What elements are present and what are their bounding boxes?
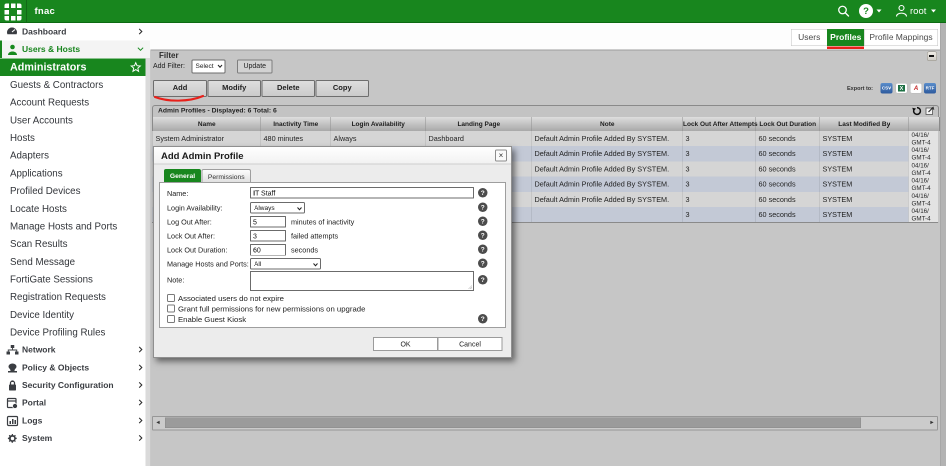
column-header-last-modified-date[interactable]: Last Modified Date bbox=[909, 117, 940, 131]
info-icon[interactable]: ? bbox=[478, 314, 488, 324]
column-header-lock-out-after-attempts[interactable]: Lock Out After Attempts bbox=[683, 117, 756, 131]
add-button[interactable]: Add bbox=[153, 80, 207, 97]
vertical-scrollbar[interactable] bbox=[940, 23, 946, 466]
sidebar-item-device-identity[interactable]: Device Identity bbox=[0, 306, 150, 324]
help-icon[interactable]: ? bbox=[859, 4, 873, 18]
pdf-export-icon[interactable]: A bbox=[910, 83, 922, 94]
sidebar-item-profiled-devices[interactable]: Profiled Devices bbox=[0, 182, 150, 200]
info-icon[interactable]: ? bbox=[478, 275, 488, 285]
sidebar-item-adapters[interactable]: Adapters bbox=[0, 147, 150, 165]
enable-guest-kiosk-checkbox[interactable] bbox=[167, 315, 175, 323]
info-icon[interactable]: ? bbox=[478, 188, 488, 198]
table-cell: 3 bbox=[683, 131, 756, 146]
lock-out-after-field[interactable] bbox=[250, 230, 286, 242]
sidebar-item-label: Guests & Contractors bbox=[10, 76, 103, 94]
sidebar-item-manage-hosts-and-ports[interactable]: Manage Hosts and Ports bbox=[0, 217, 150, 235]
login-availability-select[interactable]: Always bbox=[250, 202, 305, 214]
column-header-name[interactable]: Name bbox=[153, 117, 261, 131]
sidebar-item-account-requests[interactable]: Account Requests bbox=[0, 94, 150, 112]
user-caret-icon[interactable] bbox=[931, 10, 936, 13]
info-icon[interactable]: ? bbox=[478, 259, 488, 269]
column-header-login-availability[interactable]: Login Availability bbox=[331, 117, 426, 131]
excel-export-icon[interactable]: X bbox=[896, 83, 908, 94]
filter-panel-border bbox=[151, 50, 940, 51]
info-icon[interactable]: ? bbox=[478, 245, 488, 255]
column-header-inactivity-time[interactable]: Inactivity Time bbox=[261, 117, 331, 131]
filter-select[interactable]: Select bbox=[192, 60, 226, 74]
sidebar-item-label: Profiled Devices bbox=[10, 182, 80, 200]
table-cell-date: 04/16/GMT-4 bbox=[909, 146, 939, 161]
sidebar-item-applications[interactable]: Applications bbox=[0, 164, 150, 182]
tab-profiles[interactable]: Profiles bbox=[827, 29, 865, 46]
sidebar-item-security-configuration[interactable]: Security Configuration bbox=[0, 377, 150, 395]
sidebar-item-device-profiling-rules[interactable]: Device Profiling Rules bbox=[0, 323, 150, 341]
collapse-filter-button[interactable] bbox=[927, 52, 937, 62]
close-icon[interactable]: × bbox=[495, 150, 507, 162]
update-button[interactable]: Update bbox=[237, 60, 273, 74]
table-cell: Dashboard bbox=[426, 131, 532, 146]
tab-users[interactable]: Users bbox=[791, 29, 828, 46]
sidebar-item-registration-requests[interactable]: Registration Requests bbox=[0, 288, 150, 306]
sidebar-item-guests-contractors[interactable]: Guests & Contractors bbox=[0, 76, 150, 94]
sidebar-item-send-message[interactable]: Send Message bbox=[0, 253, 150, 271]
info-icon[interactable]: ? bbox=[478, 217, 488, 227]
table-cell: 480 minutes bbox=[261, 131, 331, 146]
info-icon[interactable]: ? bbox=[478, 231, 488, 241]
sidebar-item-label: Scan Results bbox=[10, 235, 67, 253]
scrollbar-thumb[interactable] bbox=[165, 418, 861, 429]
delete-button[interactable]: Delete bbox=[262, 80, 316, 97]
copy-button[interactable]: Copy bbox=[316, 80, 370, 97]
cancel-button[interactable]: Cancel bbox=[438, 337, 503, 351]
note-field[interactable] bbox=[250, 271, 474, 291]
sidebar-item-dashboard[interactable]: Dashboard bbox=[0, 23, 150, 41]
lock-out-duration-field[interactable] bbox=[250, 244, 286, 256]
sidebar-item-users-hosts[interactable]: Users & Hosts bbox=[0, 41, 150, 59]
user-menu[interactable]: root bbox=[910, 0, 926, 22]
user-icon[interactable] bbox=[894, 3, 909, 18]
column-header-landing-page[interactable]: Landing Page bbox=[426, 117, 532, 131]
sidebar-item-hosts[interactable]: Hosts bbox=[0, 129, 150, 147]
log-out-after-field[interactable] bbox=[250, 216, 286, 228]
help-caret-icon[interactable] bbox=[877, 10, 882, 13]
scroll-right-arrow-icon[interactable]: ► bbox=[928, 418, 937, 427]
column-header-note[interactable]: Note bbox=[532, 117, 683, 131]
chevron-right-icon bbox=[137, 417, 144, 424]
dialog-tab-permissions[interactable]: Permissions bbox=[202, 169, 252, 183]
grant-full-permissions-checkbox[interactable] bbox=[167, 305, 175, 313]
sidebar-item-administrators[interactable]: Administrators bbox=[0, 58, 150, 76]
horizontal-scrollbar[interactable]: ◄ ► bbox=[152, 416, 938, 431]
dialog-tab-general[interactable]: General bbox=[164, 169, 201, 183]
sidebar-item-policy-objects[interactable]: Policy & Objects bbox=[0, 359, 150, 377]
search-icon[interactable] bbox=[836, 4, 851, 19]
apps-grid-icon[interactable] bbox=[5, 4, 22, 21]
name-field[interactable] bbox=[250, 187, 474, 199]
tab-profile-mappings[interactable]: Profile Mappings bbox=[864, 29, 938, 46]
grid-dot bbox=[5, 4, 10, 9]
chevron-right-icon bbox=[137, 364, 144, 371]
select-caret-icon bbox=[297, 206, 303, 212]
refresh-icon[interactable] bbox=[912, 106, 922, 116]
sidebar-item-locate-hosts[interactable]: Locate Hosts bbox=[0, 200, 150, 218]
sidebar-item-network[interactable]: Network bbox=[0, 341, 150, 359]
column-header-last-modified-by[interactable]: Last Modified By bbox=[820, 117, 909, 131]
sidebar-scrollbar[interactable] bbox=[146, 58, 151, 466]
sidebar-item-portal[interactable]: Portal bbox=[0, 394, 150, 412]
sidebar-item-system[interactable]: System bbox=[0, 430, 150, 448]
csv-export-icon[interactable]: CSV bbox=[881, 83, 893, 94]
modify-button[interactable]: Modify bbox=[208, 80, 262, 97]
rtf-export-icon[interactable]: RTF bbox=[924, 83, 936, 94]
ok-button[interactable]: OK bbox=[373, 337, 438, 351]
associated-users-checkbox[interactable] bbox=[167, 294, 175, 302]
scroll-left-arrow-icon[interactable]: ◄ bbox=[154, 418, 163, 427]
star-icon[interactable] bbox=[130, 61, 142, 73]
sidebar-item-user-accounts[interactable]: User Accounts bbox=[0, 111, 150, 129]
sidebar-item-fortigate-sessions[interactable]: FortiGate Sessions bbox=[0, 270, 150, 288]
sidebar-item-logs[interactable]: Logs bbox=[0, 412, 150, 430]
sidebar-item-label: Send Message bbox=[10, 253, 75, 271]
table-row[interactable]: System Administrator480 minutesAlwaysDas… bbox=[153, 131, 939, 146]
sidebar-item-scan-results[interactable]: Scan Results bbox=[0, 235, 150, 253]
column-header-lock-out-duration[interactable]: Lock Out Duration bbox=[756, 117, 820, 131]
manage-hosts-select[interactable]: All bbox=[250, 258, 321, 270]
info-icon[interactable]: ? bbox=[478, 203, 488, 213]
popout-icon[interactable] bbox=[925, 106, 935, 116]
